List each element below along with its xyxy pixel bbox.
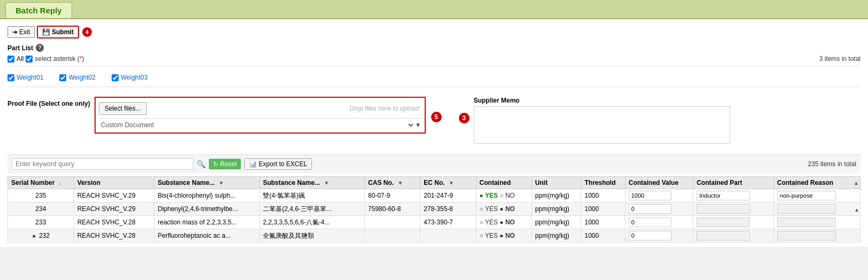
th-contained-reason-label: Contained Reason [777, 179, 833, 186]
contained-reason-input[interactable] [777, 204, 836, 214]
cell-subname2: 全氟庚酸及其鹽類 [260, 229, 365, 243]
th-serial: Serial Number ↓ [8, 177, 74, 189]
cell-reason [773, 216, 860, 229]
weight01-checkbox[interactable] [7, 74, 14, 81]
reset-button[interactable]: ↻ Reset [209, 159, 241, 169]
weight02-checkbox[interactable] [59, 74, 66, 81]
contained-part-input[interactable] [697, 217, 750, 227]
cell-unit: ppm(mg/kg) [531, 216, 581, 229]
reset-icon: ↻ [213, 160, 218, 168]
upload-box: Select files... Drop files here to uploa… [95, 97, 426, 134]
badge-5: 5 [431, 112, 442, 122]
part-list-header: Part List ? [7, 44, 861, 52]
yes-radio: ● YES [480, 192, 498, 199]
cell-contained: ○ YES ● NO [476, 229, 531, 243]
header-tab-bar: Batch Reply [0, 0, 868, 19]
th-contained-value: Contained Value [625, 177, 693, 189]
th-contained-reason: Contained Reason ▲ [773, 177, 860, 189]
contained-reason-input[interactable] [777, 231, 836, 240]
table-row: 235 REACH SVHC_V.29 Bis(4-chlorophenyl) … [8, 189, 861, 203]
cell-reason [773, 229, 860, 243]
scroll-up-icon[interactable]: ▲ [854, 180, 859, 186]
cell-part [693, 189, 774, 203]
contained-part-input[interactable] [697, 231, 750, 240]
select-all-row: All select asterisk (*) 3 items in total [7, 55, 861, 66]
search-button[interactable]: 🔍 [197, 160, 206, 168]
supplier-memo-textarea[interactable] [474, 106, 730, 144]
cell-threshold: 1000 [581, 216, 625, 229]
main-content: ➜ Exit 💾 Submit 4 Part List ? All select… [0, 19, 868, 247]
part-weight01: Weight01 [7, 74, 43, 81]
search-input[interactable] [12, 158, 193, 170]
contained-value-input[interactable] [629, 217, 671, 227]
custom-doc-row: Custom Document ▼ [99, 118, 421, 129]
table-row: 234 REACH SVHC_V.29 Diphenyl(2,4,6-trime… [8, 203, 861, 216]
cell-subname1: Perfluoroheptanoic ac a... [154, 229, 260, 243]
search-total: 235 items in total [808, 160, 856, 168]
contained-reason-input[interactable] [777, 191, 836, 200]
sort-serial-icon[interactable]: ↓ [59, 180, 61, 186]
table-body: 235 REACH SVHC_V.29 Bis(4-chlorophenyl) … [8, 189, 861, 243]
exit-button[interactable]: ➜ Exit [7, 26, 35, 38]
help-icon[interactable]: ? [36, 44, 44, 52]
drop-zone: Drop files here to upload [151, 101, 421, 116]
contained-value-input[interactable] [629, 191, 671, 200]
filter-cas-icon[interactable]: ▼ [397, 180, 403, 186]
cell-reason: ▲ [773, 189, 860, 203]
th-subname1: Substance Name... ▼ [154, 177, 260, 189]
excel-icon: 📊 [249, 160, 257, 168]
cell-unit: ppm(mg/kg) [531, 203, 581, 216]
submit-button[interactable]: 💾 Submit [37, 26, 79, 38]
contained-value-input[interactable] [629, 204, 671, 214]
scroll-icon: ▲ [854, 207, 859, 213]
th-subname2-label: Substance Name... [263, 179, 320, 186]
upload-file-row: Select files... Drop files here to uploa… [99, 101, 421, 116]
cell-cas [365, 216, 420, 229]
no-radio: ● NO [499, 205, 515, 213]
th-subname1-label: Substance Name... [158, 179, 215, 186]
cell-version: REACH SVHC_V.28 [74, 229, 154, 243]
yes-radio: ○ YES [480, 232, 498, 239]
no-radio: ● NO [499, 219, 515, 226]
exit-icon: ➜ [12, 28, 18, 36]
cell-serial: 233 [8, 216, 74, 229]
yes-radio: ○ YES [480, 219, 498, 226]
batch-reply-tab[interactable]: Batch Reply [5, 2, 72, 18]
custom-doc-select[interactable]: Custom Document [99, 121, 415, 129]
supplier-memo-label: Supplier Memo [474, 97, 730, 104]
th-threshold-label: Threshold [584, 179, 615, 186]
proof-file-label: Proof File (Select one only) [7, 97, 90, 107]
select-all-checkbox[interactable] [7, 56, 14, 63]
toolbar: ➜ Exit 💾 Submit 4 [7, 24, 861, 41]
select-asterisk-checkbox[interactable] [26, 56, 33, 63]
asterisk-label: select asterisk (*) [35, 55, 84, 63]
contained-reason-input[interactable] [777, 217, 836, 227]
filter-ec-icon[interactable]: ▼ [449, 180, 454, 186]
cell-cas: 75980-60-8 [365, 203, 420, 216]
cell-version: REACH SVHC_V.28 [74, 216, 154, 229]
th-unit-label: Unit [535, 179, 548, 186]
cell-serial: 234 [8, 203, 74, 216]
cell-contained: ○ YES ● NO [476, 203, 531, 216]
cell-value [625, 203, 693, 216]
export-excel-button[interactable]: 📊 Export to EXCEL [244, 158, 312, 170]
row-arrow-icon: ► [32, 233, 37, 239]
th-contained: Contained [476, 177, 531, 189]
cell-subname2: 二苯基(2,4,6-三甲基苯... [260, 203, 365, 216]
contained-value-input[interactable] [629, 231, 671, 240]
cell-part [693, 216, 774, 229]
exit-label: Exit [19, 28, 30, 36]
select-files-button[interactable]: Select files... [99, 102, 147, 115]
cell-threshold: 1000 [581, 189, 625, 203]
contained-part-input[interactable] [697, 191, 750, 200]
cell-subname1: Bis(4-chlorophenyl) sulph... [154, 189, 260, 203]
cell-value [625, 229, 693, 243]
weight03-checkbox[interactable] [112, 74, 119, 81]
filter-subname1-icon[interactable]: ▼ [218, 180, 224, 186]
cell-serial: ► 232 [8, 229, 74, 243]
part-list-total: 3 items in total [819, 55, 861, 63]
th-contained-value-label: Contained Value [629, 179, 678, 186]
data-table: Serial Number ↓ Version Substance Name..… [7, 176, 861, 243]
filter-subname2-icon[interactable]: ▼ [324, 180, 329, 186]
contained-part-input[interactable] [697, 204, 750, 214]
